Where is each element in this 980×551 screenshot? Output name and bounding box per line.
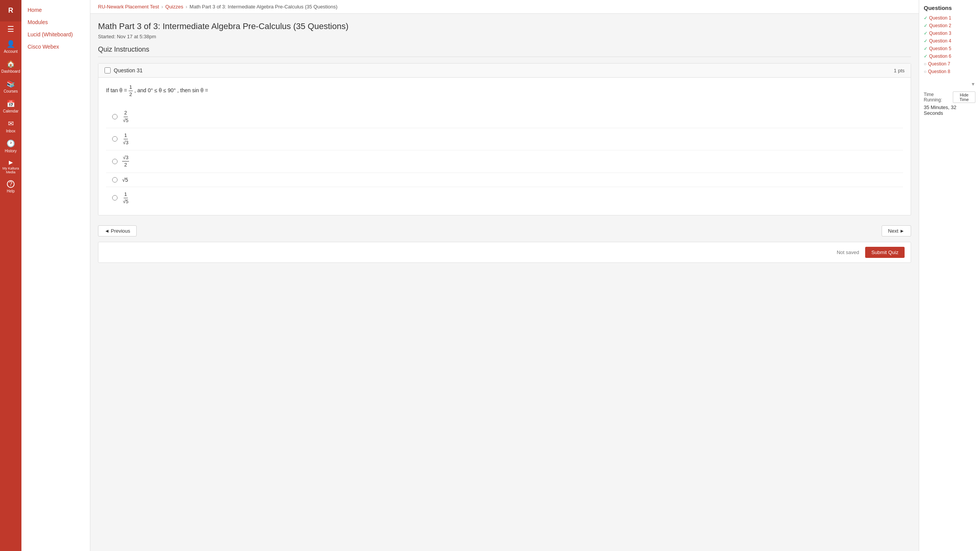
inbox-icon: ✉ — [8, 119, 14, 128]
nav-item-home[interactable]: Home — [21, 4, 90, 16]
scroll-down-icon: ▼ — [971, 82, 975, 87]
nav-item-modules[interactable]: Modules — [21, 16, 90, 28]
question-list-item-1[interactable]: ✓ Question 1 — [924, 15, 975, 21]
question-pts: 1 pts — [894, 68, 905, 73]
question-list-item-3[interactable]: ✓ Question 3 — [924, 30, 975, 36]
hide-time-button[interactable]: Hide Time — [953, 91, 975, 103]
question-list-item-6[interactable]: ✓ Question 6 — [924, 53, 975, 59]
timer-label: Time Running: Hide Time — [924, 91, 975, 103]
timer-value: 35 Minutes, 32 Seconds — [924, 104, 975, 116]
question-list-item-2[interactable]: ✓ Question 2 — [924, 23, 975, 29]
radio-a5[interactable] — [112, 195, 118, 201]
main-content: RU-Newark Placement Test › Quizzes › Mat… — [90, 0, 919, 551]
question-text-prefix: If tan θ = — [106, 87, 129, 93]
question-list-item-4[interactable]: ✓ Question 4 — [924, 38, 975, 44]
q1-label: Question 1 — [929, 15, 951, 21]
question-box: Question 31 1 pts If tan θ = 1 2 , and 0… — [98, 63, 911, 215]
left-nav: Home Modules Lucid (Whiteboard) Cisco We… — [21, 0, 90, 551]
submit-area: Not saved Submit Quiz — [98, 242, 911, 263]
quiz-started: Started: Nov 17 at 5:38pm — [98, 34, 911, 39]
question-text: If tan θ = 1 2 , and 0° ≤ θ ≤ 90° , then… — [106, 84, 903, 98]
answer-choice-a1[interactable]: 2 √5 — [106, 106, 903, 127]
calendar-icon: 📅 — [7, 99, 15, 108]
answer-label-a2[interactable]: 1 √3 — [122, 132, 129, 146]
q1-status-icon: ✓ — [924, 15, 928, 21]
sidebar-item-label: Calendar — [3, 109, 19, 113]
account-icon: 👤 — [7, 40, 15, 48]
q5-status-icon: ✓ — [924, 46, 928, 51]
answer-choice-a2[interactable]: 1 √3 — [106, 128, 903, 150]
quiz-instructions-header: Quiz Instructions — [98, 46, 911, 57]
fraction-a2: 1 √3 — [122, 132, 129, 146]
breadcrumb: RU-Newark Placement Test › Quizzes › Mat… — [90, 0, 919, 14]
sidebar-item-calendar[interactable]: 📅 Calendar — [0, 96, 21, 116]
answer-choice-a3[interactable]: √3 2 — [106, 150, 903, 172]
kaltura-icon: ▶ — [9, 159, 13, 165]
q7-label: Question 7 — [928, 61, 950, 67]
q5-label: Question 5 — [929, 46, 951, 51]
nav-item-cisco[interactable]: Cisco Webex — [21, 41, 90, 53]
q6-status-icon: ✓ — [924, 54, 928, 59]
answer-choices: 2 √5 1 √3 — [106, 106, 903, 209]
right-panel: Questions ✓ Question 1 ✓ Question 2 ✓ Qu… — [919, 0, 980, 551]
answer-choice-a4[interactable]: √5 — [106, 173, 903, 187]
sidebar-item-inbox[interactable]: ✉ Inbox — [0, 116, 21, 136]
q7-status-icon: ○ — [924, 61, 926, 67]
question-list-item-7[interactable]: ○ Question 7 — [924, 61, 975, 67]
breadcrumb-course[interactable]: RU-Newark Placement Test — [98, 4, 159, 10]
sidebar-logo-text: R — [8, 7, 13, 15]
radio-a2[interactable] — [112, 136, 118, 142]
sidebar-item-dashboard[interactable]: 🏠 Dashboard — [0, 57, 21, 77]
fraction-a3: √3 2 — [122, 154, 129, 168]
nav-item-lucid[interactable]: Lucid (Whiteboard) — [21, 28, 90, 41]
questions-panel-title: Questions — [924, 5, 975, 11]
question-list-item-8[interactable]: ○ Question 8 — [924, 68, 975, 75]
sidebar-menu-toggle[interactable]: ☰ — [0, 21, 21, 37]
prev-button[interactable]: ◄ Previous — [98, 225, 137, 236]
breadcrumb-sep1: › — [161, 4, 163, 10]
breadcrumb-sep2: › — [186, 4, 187, 10]
sidebar-item-label: History — [5, 149, 16, 153]
help-icon: ? — [7, 180, 15, 188]
next-button[interactable]: Next ► — [882, 225, 911, 236]
dashboard-icon: 🏠 — [7, 60, 15, 68]
question-number: Question 31 — [114, 67, 143, 73]
sidebar-item-courses[interactable]: 📚 Courses — [0, 77, 21, 96]
content-area: Math Part 3 of 3: Intermediate Algebra P… — [90, 14, 919, 551]
sidebar-item-my-kaltura[interactable]: ▶ My Kaltura Media — [0, 156, 21, 177]
answer-label-a4[interactable]: √5 — [122, 177, 128, 183]
sidebar-item-account[interactable]: 👤 Account — [0, 37, 21, 57]
panel-scroll-indicator: ▼ — [924, 81, 975, 88]
sidebar-item-label: Inbox — [6, 129, 15, 133]
submit-button[interactable]: Submit Quiz — [865, 247, 905, 258]
tan-fraction: 1 2 — [129, 84, 133, 98]
sidebar-item-label: Help — [7, 189, 15, 193]
question-list-item-5[interactable]: ✓ Question 5 — [924, 46, 975, 52]
tan-den: 2 — [129, 91, 133, 98]
q2-label: Question 2 — [929, 23, 951, 28]
sidebar-item-history[interactable]: 🕐 History — [0, 136, 21, 156]
sidebar-item-label: Account — [4, 49, 18, 54]
radio-a1[interactable] — [112, 114, 118, 119]
sidebar-logo[interactable]: R — [0, 0, 21, 21]
history-icon: 🕐 — [7, 139, 15, 148]
sidebar-item-help[interactable]: ? Help — [0, 177, 21, 196]
timer-label-text: Time Running: — [924, 92, 951, 103]
q3-status-icon: ✓ — [924, 31, 928, 36]
q6-label: Question 6 — [929, 54, 951, 59]
q2-status-icon: ✓ — [924, 23, 928, 28]
answer-label-a1[interactable]: 2 √5 — [122, 109, 129, 124]
q4-label: Question 4 — [929, 38, 951, 44]
timer-section: Time Running: Hide Time 35 Minutes, 32 S… — [924, 91, 975, 116]
fraction-a5: 1 √5 — [122, 191, 129, 205]
answer-label-a5[interactable]: 1 √5 — [122, 191, 129, 205]
radio-a4[interactable] — [112, 177, 118, 183]
answer-label-a3[interactable]: √3 2 — [122, 154, 129, 168]
radio-a3[interactable] — [112, 159, 118, 164]
answer-choice-a5[interactable]: 1 √5 — [106, 187, 903, 209]
q4-status-icon: ✓ — [924, 38, 928, 44]
sidebar-item-label: Courses — [3, 89, 18, 93]
flag-checkbox[interactable] — [105, 67, 111, 73]
breadcrumb-quizzes[interactable]: Quizzes — [165, 4, 183, 10]
question-header: Question 31 1 pts — [98, 64, 911, 78]
